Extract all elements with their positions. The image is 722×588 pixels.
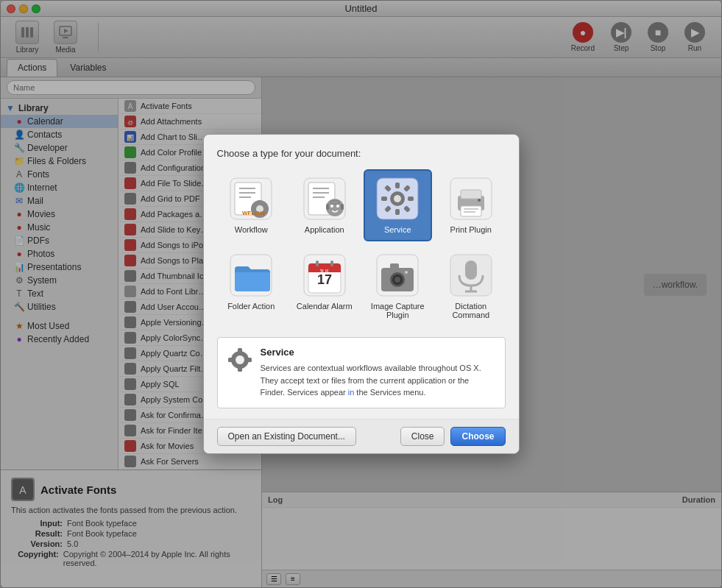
modal-description: Service Services are contextual workflow…: [217, 337, 506, 408]
workflow-label: Workflow: [235, 225, 268, 234]
svg-rect-68: [395, 183, 400, 188]
svg-point-98: [405, 271, 408, 274]
svg-rect-97: [390, 263, 399, 269]
image-capture-label: Image Capture Plugin: [368, 302, 428, 319]
doc-type-image-capture[interactable]: Image Capture Plugin: [364, 246, 433, 327]
svg-rect-105: [238, 348, 242, 353]
folder-action-label: Folder Action: [227, 302, 275, 311]
choose-button[interactable]: Choose: [450, 427, 505, 446]
doc-type-folder-action[interactable]: Folder Action: [217, 246, 286, 327]
svg-point-61: [336, 205, 339, 208]
application-type-icon: [302, 177, 347, 221]
svg-rect-106: [238, 367, 242, 372]
svg-rect-70: [408, 196, 414, 201]
doc-type-workflow[interactable]: WFLOW Workflow: [217, 169, 286, 241]
modal-title: Choose a type for your document:: [217, 148, 506, 159]
print-plugin-label: Print Plugin: [450, 225, 492, 234]
desc-link[interactable]: in: [348, 388, 355, 397]
desc-body: Services are contextual workflows availa…: [261, 362, 496, 399]
svg-rect-64: [341, 204, 344, 210]
folder-action-type-icon: [229, 253, 273, 297]
doc-type-calendar-alarm[interactable]: 17 JUL Calendar Alarm: [290, 246, 359, 327]
image-capture-type-icon: [375, 253, 420, 297]
workflow-type-icon: WFLOW: [229, 177, 273, 221]
svg-rect-71: [381, 196, 387, 201]
svg-rect-52: [266, 208, 269, 210]
svg-rect-107: [247, 358, 252, 362]
new-document-modal: Choose a type for your document:: [203, 134, 520, 454]
close-button[interactable]: Close: [400, 427, 445, 446]
svg-rect-90: [316, 261, 319, 266]
application-label: Application: [305, 225, 344, 234]
svg-rect-69: [395, 209, 400, 215]
svg-point-60: [330, 205, 333, 208]
dictation-type-icon: [449, 253, 493, 297]
svg-point-104: [236, 355, 244, 364]
calendar-alarm-type-icon: 17 JUL: [302, 253, 347, 297]
desc-service-icon: [227, 347, 253, 373]
doc-type-application[interactable]: Application: [290, 169, 359, 241]
service-type-icon: [375, 177, 420, 221]
svg-rect-78: [461, 190, 481, 199]
svg-point-96: [394, 277, 400, 283]
service-label: Service: [384, 225, 411, 234]
desc-title: Service: [261, 347, 496, 358]
svg-point-67: [394, 195, 401, 202]
doc-type-service[interactable]: Service: [364, 169, 433, 241]
calendar-alarm-label: Calendar Alarm: [297, 302, 353, 311]
print-plugin-type-icon: [449, 177, 493, 221]
svg-rect-63: [326, 204, 329, 210]
doc-type-grid: WFLOW Workflow: [217, 169, 506, 327]
svg-point-82: [478, 199, 481, 202]
modal-buttons: Open an Existing Document... Close Choos…: [204, 419, 519, 453]
dictation-label: Dictation Command: [441, 302, 501, 319]
svg-rect-62: [330, 201, 339, 204]
desc-text: Service Services are contextual workflow…: [261, 347, 496, 399]
modal-top: Choose a type for your document:: [204, 135, 519, 327]
doc-type-print-plugin[interactable]: Print Plugin: [436, 169, 506, 241]
svg-rect-108: [228, 358, 233, 362]
modal-overlay: Choose a type for your document:: [0, 0, 722, 588]
svg-rect-100: [465, 261, 477, 280]
svg-text:JUL: JUL: [319, 268, 330, 275]
svg-text:WFLOW: WFLOW: [242, 210, 266, 216]
doc-type-dictation[interactable]: Dictation Command: [436, 246, 506, 327]
open-existing-button[interactable]: Open an Existing Document...: [217, 427, 356, 446]
svg-rect-49: [258, 200, 261, 203]
svg-rect-91: [330, 261, 333, 266]
